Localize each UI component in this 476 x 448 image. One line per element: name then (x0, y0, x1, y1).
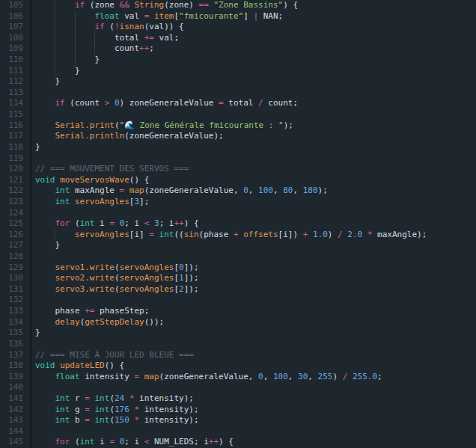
code-line-content: int g = int(176 * intensity); (31, 405, 476, 416)
code-line[interactable]: 128 (0, 251, 476, 263)
indent-guide (55, 230, 55, 241)
code-line[interactable]: 125 for (int i = 0; i < 3; i++) { (0, 218, 476, 230)
code-line[interactable]: 109 count++; (0, 43, 476, 55)
code-line[interactable]: 107 if (!isnan(val)) { (0, 22, 476, 33)
gutter-border (23, 240, 31, 251)
code-line[interactable]: 137// === MISE À JOUR LED BLEUE === (0, 350, 476, 361)
code-line[interactable]: 136 (0, 339, 476, 350)
code-line[interactable]: 144 (0, 426, 476, 438)
code-token: ( (105, 22, 115, 31)
code-line[interactable]: 123 int servoAngles[3]; (0, 197, 476, 208)
code-token: , (263, 372, 273, 381)
code-token (35, 120, 55, 130)
code-token: 0 (243, 185, 248, 195)
code-token: ( (109, 405, 115, 414)
code-token: float (55, 372, 80, 381)
code-line[interactable]: 117 Serial.println(zoneGeneraleValue); (0, 131, 476, 142)
code-line[interactable]: 130 servo2.write(servoAngles[1]); (0, 273, 476, 284)
code-line[interactable]: 119 (0, 153, 476, 165)
code-token: int (55, 197, 70, 206)
code-token: * (129, 393, 135, 403)
code-line-content (31, 153, 476, 165)
code-token: int (55, 185, 70, 195)
code-token: = (109, 218, 115, 228)
code-token: // === MISE À JOUR LED BLEUE === (35, 350, 194, 360)
code-line[interactable]: 142 int g = int(176 * intensity); (0, 405, 476, 416)
code-line[interactable]: 135} (0, 328, 476, 339)
code-token (35, 273, 55, 283)
line-number: 143 (0, 415, 23, 426)
code-line[interactable]: 127 } (0, 240, 476, 251)
code-token (149, 11, 154, 21)
line-number: 137 (0, 350, 23, 361)
code-line[interactable]: 129 servo1.write(servoAngles[0]); (0, 263, 476, 274)
gutter-border (23, 164, 31, 175)
code-token: servoAngles (75, 197, 129, 206)
gutter-border (23, 393, 31, 405)
code-token (35, 372, 55, 381)
indent-guide (55, 66, 55, 77)
gutter-border (23, 66, 31, 77)
code-line[interactable]: 120// === MOUVEMENT DES SERVOS === (0, 164, 476, 175)
code-line[interactable]: 110 } (0, 55, 476, 66)
code-line-content: } (31, 240, 476, 251)
code-token: () { (129, 175, 150, 185)
code-token: 180 (303, 185, 318, 195)
gutter-border (23, 98, 31, 109)
code-token: moveServosWave (60, 175, 129, 185)
code-line[interactable]: 118} (0, 142, 476, 153)
code-line[interactable]: 112 } (0, 76, 476, 88)
code-line-content (31, 426, 476, 438)
code-line[interactable]: 132 (0, 295, 476, 306)
line-number: 128 (0, 251, 23, 263)
code-line-content: for (int i = 0; i < 3; i++) { (31, 218, 476, 230)
code-line[interactable]: 114 if (count > 0) zoneGeneraleValue = t… (0, 98, 476, 109)
code-token: isnan (120, 22, 144, 31)
code-line[interactable]: 121void moveServosWave() { (0, 175, 476, 186)
code-line[interactable]: 106 float val = item["fmicourante"] | NA… (0, 11, 476, 22)
code-line[interactable]: 139 float intensity = map(zoneGeneraleVa… (0, 372, 476, 383)
code-token: servoAngles (120, 263, 174, 272)
line-number: 139 (0, 372, 23, 383)
code-line-content: delay(getStepDelay()); (31, 317, 476, 328)
code-token (35, 11, 94, 21)
code-token: 255 (318, 372, 333, 381)
code-token (129, 405, 135, 414)
line-number: 107 (0, 22, 23, 33)
code-line[interactable]: 126 servoAngles[i] = int((sin(phase + of… (0, 230, 476, 241)
line-number: 112 (0, 76, 23, 88)
code-line[interactable]: 141 int r = int(24 * intensity); (0, 393, 476, 405)
code-line[interactable]: 145 for (int i = 0; i < NUM_LEDS; i++) { (0, 437, 476, 448)
code-line[interactable]: 124 (0, 208, 476, 219)
line-number: 127 (0, 240, 23, 251)
code-token (35, 263, 55, 272)
code-line[interactable]: 134 delay(getStepDelay()); (0, 317, 476, 328)
code-lines-container: 105 if (zone && String(zone) == "Zone Ba… (0, 0, 476, 448)
gutter-border (23, 350, 31, 361)
code-token (70, 197, 75, 206)
code-line[interactable]: 138void updateLED() { (0, 360, 476, 372)
code-token: int (95, 405, 110, 414)
gutter-border (23, 208, 31, 219)
code-token: servoAngles (120, 273, 174, 283)
code-line-content: for (int i = 0; i < NUM_LEDS; i++) { (31, 437, 476, 448)
code-line[interactable]: 122 int maxAngle = map(zoneGeneraleValue… (0, 185, 476, 197)
code-line[interactable]: 111 } (0, 66, 476, 77)
code-line[interactable]: 115 (0, 109, 476, 120)
code-line[interactable]: 143 int b = int(150 * intensity); (0, 415, 476, 426)
code-editor[interactable]: 105 if (zone && String(zone) == "Zone Ba… (0, 0, 476, 448)
code-token: == (199, 0, 209, 10)
line-number: 118 (0, 142, 23, 153)
code-line[interactable]: 113 (0, 88, 476, 99)
code-line[interactable]: 116 Serial.print("🌊 Zone Générale fmicou… (0, 120, 476, 132)
code-token: // === MOUVEMENT DES SERVOS === (35, 164, 189, 174)
code-line[interactable]: 133 phase += phaseStep; (0, 306, 476, 317)
code-line[interactable]: 108 total += val; (0, 33, 476, 44)
code-line[interactable]: 131 servo3.write(servoAngles[2]); (0, 284, 476, 295)
code-token: Serial.println (55, 131, 125, 141)
indent-guide (55, 55, 55, 66)
line-number: 134 (0, 317, 23, 328)
code-line[interactable]: 140 (0, 382, 476, 393)
code-line[interactable]: 105 if (zone && String(zone) == "Zone Ba… (0, 0, 476, 11)
gutter-border (23, 120, 31, 132)
